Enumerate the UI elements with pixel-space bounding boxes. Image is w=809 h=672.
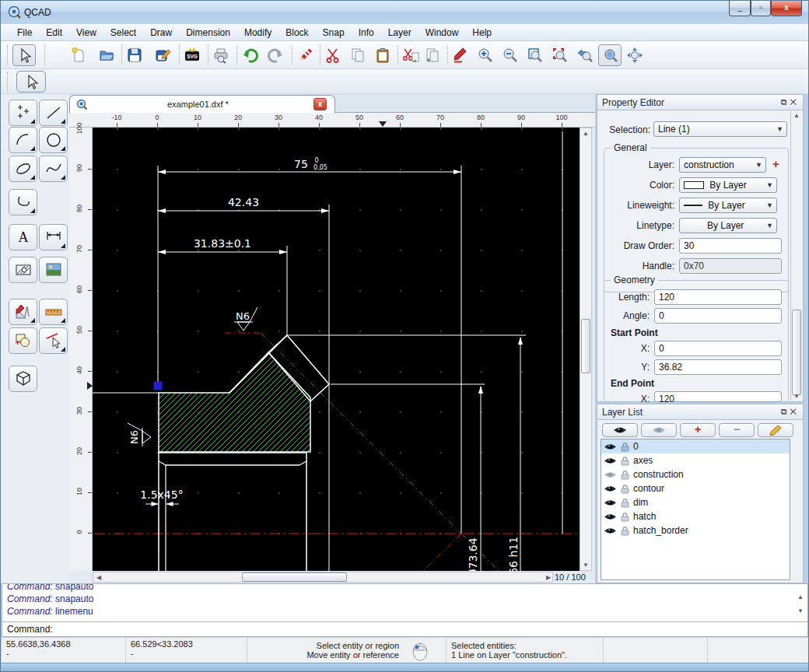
show-all-layers-button[interactable] [602, 423, 638, 437]
layer-row-0[interactable]: 0 [601, 439, 790, 453]
vertical-scroll-thumb[interactable] [581, 319, 590, 373]
layer-row-construction[interactable]: construction [601, 467, 790, 481]
add-layer-button[interactable]: + [680, 423, 716, 437]
image-tool[interactable] [39, 257, 68, 283]
lock-icon[interactable] [620, 526, 630, 536]
menu-modify[interactable]: Modify [237, 25, 278, 40]
lock-icon[interactable] [620, 470, 630, 480]
layer-row-axes[interactable]: axes [601, 453, 790, 467]
save-button[interactable] [123, 44, 146, 66]
eye-icon[interactable] [604, 512, 617, 522]
zoom-window-button[interactable] [598, 44, 622, 66]
scroll-up-icon[interactable]: ▲ [791, 112, 802, 119]
menu-view[interactable]: View [69, 25, 103, 40]
circle-tool[interactable] [39, 127, 68, 153]
eye-icon[interactable] [604, 484, 617, 494]
linetype-combo[interactable]: By Layer▼ [679, 218, 777, 233]
modify-select-tool[interactable] [39, 327, 68, 354]
command-history[interactable]: Command: snapauto Command: snapauto Comm… [2, 583, 808, 622]
menu-info[interactable]: Info [352, 25, 381, 40]
draw-order-field[interactable]: 30 [679, 238, 782, 254]
layer-row-dim[interactable]: dim [601, 495, 790, 509]
delete-button[interactable] [293, 44, 317, 66]
zoom-out-button[interactable] [499, 44, 522, 66]
close-panel-icon[interactable]: ✕ [790, 97, 800, 107]
arc-tool[interactable] [9, 127, 37, 153]
menu-help[interactable]: Help [465, 25, 499, 40]
pan-button[interactable] [623, 44, 646, 66]
eye-icon[interactable] [604, 442, 617, 452]
close-button[interactable]: x [771, 1, 802, 16]
menu-draw[interactable]: Draw [143, 25, 179, 40]
measure-tool[interactable] [39, 299, 68, 325]
eye-off-icon[interactable] [604, 470, 617, 480]
save-as-button[interactable] [151, 44, 174, 66]
edit-pencil-button[interactable] [449, 44, 472, 66]
remove-layer-button[interactable]: − [719, 423, 755, 437]
menu-file[interactable]: File [10, 25, 39, 40]
paste-button[interactable] [371, 44, 394, 66]
menu-select[interactable]: Select [103, 25, 143, 40]
zoom-selection-button[interactable] [548, 44, 572, 66]
auto-zoom-button[interactable] [524, 44, 547, 66]
scroll-down-icon[interactable]: ▼ [580, 562, 591, 569]
selection-handle[interactable] [154, 382, 163, 390]
float-panel-icon[interactable]: ⧉ [781, 407, 790, 416]
solid-tool[interactable] [9, 366, 37, 392]
color-combo[interactable]: By Layer▼ [679, 177, 777, 193]
menu-window[interactable]: Window [419, 25, 466, 40]
layer-row-hatch-border[interactable]: hatch_border [601, 523, 790, 537]
angle-field[interactable]: 0 [654, 308, 782, 324]
scroll-left-icon[interactable]: ◀ [93, 574, 104, 581]
command-history-scrollbar[interactable]: ▲ ▼ [795, 593, 807, 621]
lock-icon[interactable] [620, 456, 630, 466]
scroll-thumb[interactable] [792, 310, 801, 395]
misc-draw-tool[interactable] [9, 299, 37, 325]
start-y-field[interactable]: 36.82 [654, 359, 782, 375]
menu-snap[interactable]: Snap [316, 25, 352, 40]
layer-row-contour[interactable]: contour [601, 481, 790, 495]
drawing-canvas[interactable]: 75 0 0.05 42.43 31.83±0.1 1.5x45° Ø73.64… [93, 128, 580, 571]
layer-combo[interactable]: construction▼ [679, 157, 766, 173]
menu-dimension[interactable]: Dimension [179, 25, 237, 40]
float-panel-icon[interactable]: ⧉ [781, 97, 790, 107]
redo-button[interactable] [264, 44, 287, 66]
canvas-horizontal-scrollbar[interactable]: ◀ ▶ [93, 572, 553, 583]
tab-close-button[interactable]: x [313, 98, 327, 110]
edit-layer-button[interactable] [758, 423, 793, 437]
eye-icon[interactable] [604, 456, 617, 466]
copy-button[interactable] [346, 44, 369, 66]
hatch-tool[interactable] [9, 257, 37, 283]
scroll-down-icon[interactable]: ▼ [795, 607, 806, 614]
add-layer-button[interactable]: + [772, 157, 779, 170]
scroll-up-icon[interactable]: ▲ [580, 130, 591, 137]
eye-icon[interactable] [604, 526, 617, 536]
lock-icon[interactable] [620, 498, 630, 508]
spline-tool[interactable] [39, 156, 68, 182]
zoom-in-button[interactable] [474, 44, 497, 66]
print-preview-button[interactable] [209, 44, 233, 66]
selection-tool-button[interactable] [12, 44, 36, 66]
command-input-row[interactable]: Command: [2, 622, 808, 637]
scroll-right-icon[interactable]: ▶ [543, 574, 554, 581]
minimize-button[interactable]: _ [729, 1, 751, 16]
document-tab[interactable]: example01.dxf * x [69, 95, 335, 113]
ellipse-tool[interactable] [9, 156, 37, 182]
cut-with-reference-button[interactable]: + [399, 44, 422, 66]
lock-icon[interactable] [620, 442, 630, 452]
lock-icon[interactable] [620, 484, 630, 494]
eye-icon[interactable] [604, 498, 617, 508]
menu-block[interactable]: Block [278, 25, 315, 40]
close-panel-icon[interactable]: ✕ [790, 407, 800, 416]
lineweight-combo[interactable]: By Layer▼ [679, 198, 777, 213]
hide-all-layers-button[interactable] [641, 423, 677, 437]
start-x-field[interactable]: 0 [654, 341, 782, 356]
line-tool[interactable] [39, 100, 68, 126]
end-x-field[interactable]: 120 [654, 391, 782, 402]
length-field[interactable]: 120 [654, 289, 782, 305]
point-tool[interactable] [9, 100, 37, 126]
layer-row-hatch[interactable]: hatch [601, 509, 790, 523]
scroll-up-icon[interactable]: ▲ [795, 593, 806, 600]
maximize-button[interactable]: ▫ [751, 1, 771, 16]
previous-view-button[interactable] [573, 44, 597, 66]
